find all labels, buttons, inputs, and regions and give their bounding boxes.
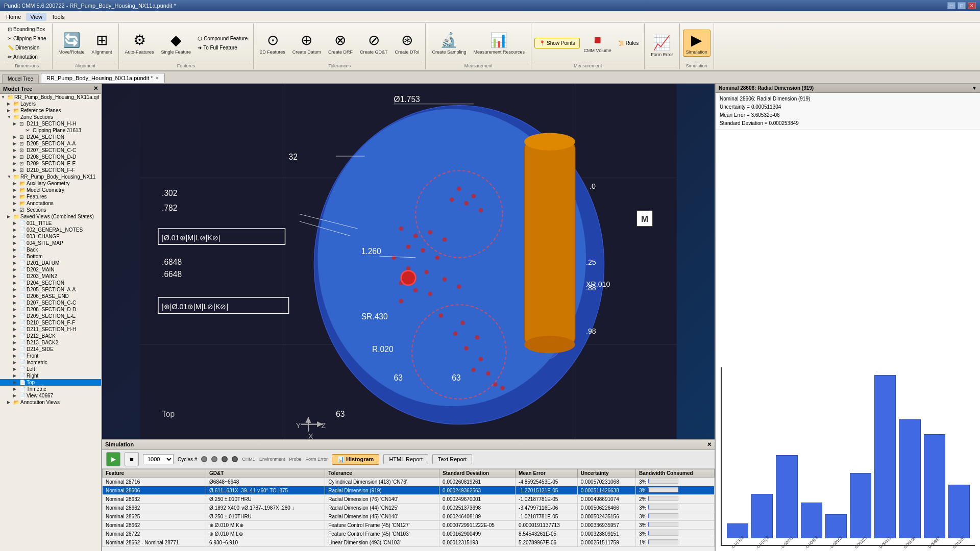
model-tree-close[interactable]: ✕ xyxy=(93,85,98,92)
chm1-indicator[interactable] xyxy=(201,456,207,462)
sim-play-button[interactable]: ▶ xyxy=(106,452,120,466)
tree-item[interactable]: ▶📄D207_SECTION_C-C xyxy=(0,299,101,306)
tree-item[interactable]: ▶📄D213_BACK2 xyxy=(0,339,101,346)
menu-home[interactable]: Home xyxy=(2,13,25,21)
annotation-button[interactable]: ✏ Annotation xyxy=(5,53,49,61)
tree-item[interactable]: ▶⊡D211_SECTION_H-H xyxy=(0,120,101,127)
histogram-bar[interactable] xyxy=(924,434,945,538)
tree-item[interactable]: ▼📁Zone Sections xyxy=(0,114,101,120)
minimize-button[interactable]: ─ xyxy=(947,2,955,9)
histogram-bar[interactable] xyxy=(948,485,970,538)
tree-item[interactable]: ▶📄D204_SECTION xyxy=(0,280,101,286)
histogram-tab[interactable]: 📊 Histogram xyxy=(332,454,379,465)
histogram-bar[interactable] xyxy=(825,514,847,538)
table-row[interactable]: Nominal 28662⊕ Ø.010 M K⊕Feature Control… xyxy=(103,521,715,530)
form-error-button[interactable]: 📈 Form Error xyxy=(648,32,676,60)
main-tab[interactable]: RR_Pump_Body_Housing_NX11a.pundit * ✕ xyxy=(41,73,165,83)
viewport[interactable]: M Ø1.753 32 |Ø.01⊕|M|L⊘|K⊘| .6848 .6648 … xyxy=(102,84,715,439)
clipping-plane-button[interactable]: ✂ Clipping Plane xyxy=(5,34,49,43)
form-error-indicator[interactable] xyxy=(232,456,238,462)
tree-item[interactable]: ▶📄Top xyxy=(0,379,101,386)
tree-item[interactable]: ▶⊡D205_SECTION_A-A xyxy=(0,140,101,147)
tree-item[interactable]: ▶📁Saved Views (Combined States) xyxy=(0,213,101,220)
show-points-button[interactable]: 📍 Show Points xyxy=(534,38,580,48)
tree-item[interactable]: ▶📄D212_BACK xyxy=(0,333,101,339)
tree-item[interactable]: ▶📄D202_MAIN xyxy=(0,266,101,273)
sim-cycles-input[interactable]: 1000 500 2000 xyxy=(143,454,174,464)
tree-item[interactable]: ▼📁RR_Pump_Body_Housing_NX11a.qif xyxy=(0,94,101,101)
menu-tools[interactable]: Tools xyxy=(47,13,69,21)
tree-item[interactable]: ▶📄View 40667 xyxy=(0,392,101,399)
tree-item[interactable]: ▶📄D205_SECTION_A-A xyxy=(0,286,101,293)
tree-item[interactable]: ▶📄D201_DATUM xyxy=(0,260,101,266)
2d-features-button[interactable]: ⊙ 2D Features xyxy=(257,30,288,57)
tree-item[interactable]: ▼📁RR_Pump_Body_Housing_NX11 xyxy=(0,173,101,180)
create-gdt-button[interactable]: ⊘ Create GD&T xyxy=(357,30,391,57)
html-report-tab[interactable]: HTML Report xyxy=(383,454,428,464)
tree-item[interactable]: ▶📂Features xyxy=(0,193,101,200)
tree-item[interactable]: ▶📄D206_BASE_END xyxy=(0,293,101,299)
create-datum-button[interactable]: ⊕ Create Datum xyxy=(289,30,324,57)
window-controls[interactable]: ─ □ ✕ xyxy=(947,2,976,9)
tree-item[interactable]: ▶📄003_CHANGE xyxy=(0,233,101,240)
table-row[interactable]: Nominal 28632Ø.250 ±.010THRURadial Dimen… xyxy=(103,495,715,504)
rules-button[interactable]: 📜 Rules xyxy=(616,39,642,47)
histogram-bar[interactable] xyxy=(801,503,822,538)
histogram-bar[interactable] xyxy=(776,455,797,538)
close-button[interactable]: ✕ xyxy=(968,2,976,9)
tree-item[interactable]: ▶📄D208_SECTION_D-D xyxy=(0,306,101,313)
measurement-resources-button[interactable]: 📊 Measurement Resources xyxy=(470,30,528,57)
create-sampling-button[interactable]: 🔬 Create Sampling xyxy=(429,30,469,57)
histogram-bar[interactable] xyxy=(751,494,773,538)
histogram-bar[interactable] xyxy=(899,419,920,538)
table-row[interactable]: Nominal 28662Ø.1892 X400 ∨Ø.1787-.1987X … xyxy=(103,504,715,512)
tree-item[interactable]: ▶📄001_TITLE xyxy=(0,220,101,227)
histogram-bar[interactable] xyxy=(874,375,896,538)
alignment-button[interactable]: ⊞ Alignment xyxy=(89,30,115,57)
single-feature-button[interactable]: ◆ Single Feature xyxy=(158,30,194,57)
bounding-box-button[interactable]: ⊡ Bounding Box xyxy=(5,25,49,34)
tree-item[interactable]: ▶⊡D204_SECTION xyxy=(0,134,101,140)
tree-item[interactable]: ▶📄Right xyxy=(0,372,101,379)
text-report-tab[interactable]: Text Report xyxy=(432,454,472,464)
chart-expand[interactable]: ▼ xyxy=(972,85,977,91)
table-row[interactable]: Nominal 28662 - Nominal 287716.930~6.910… xyxy=(103,538,715,547)
tree-item[interactable]: ▶📂Reference Planes xyxy=(0,107,101,114)
histogram-bar[interactable] xyxy=(727,523,748,538)
move-rotate-button[interactable]: 🔄 Move/Rotate xyxy=(56,30,88,57)
menu-view[interactable]: View xyxy=(26,13,46,21)
table-row[interactable]: Nominal 28716Ø6848~6648Cylindrical Dimen… xyxy=(103,478,715,486)
histogram-bar[interactable] xyxy=(850,473,871,538)
sim-stop-button[interactable]: ⏹ xyxy=(125,452,139,466)
tree-item[interactable]: ▶📂Model Geometry xyxy=(0,187,101,193)
tree-item[interactable]: ▶⊡D210_SECTION_F-F xyxy=(0,167,101,173)
tree-item[interactable]: ▶📄004_SITE_MAP xyxy=(0,240,101,246)
tree-item[interactable]: ✂Clipping Plane 31613 xyxy=(0,127,101,134)
tree-item[interactable]: ▶📄D209_SECTION_E-E xyxy=(0,313,101,319)
table-row[interactable]: Nominal 28625Ø.250 ±.010THRURadial Dimen… xyxy=(103,512,715,521)
table-row[interactable]: Nominal 28606Ø.611-.631X .39-.41 ∨60° TO… xyxy=(103,486,715,495)
tree-item[interactable]: ▶📄002_GENERAL_NOTES xyxy=(0,227,101,233)
tab-close-button[interactable]: ✕ xyxy=(155,76,159,81)
tree-item[interactable]: ▶☑Sections xyxy=(0,207,101,213)
tree-item[interactable]: ▶📄D203_MAIN2 xyxy=(0,273,101,280)
tree-item[interactable]: ▶📄Left xyxy=(0,366,101,372)
cmm-volume-button[interactable]: ■ CMM Volume xyxy=(581,31,615,56)
tree-item[interactable]: ▶📄Isometric xyxy=(0,359,101,366)
tree-item[interactable]: ▶📄Front xyxy=(0,353,101,359)
create-drf-button[interactable]: ⊗ Create DRF xyxy=(325,30,356,57)
tree-item[interactable]: ▶⊡D207_SECTION_C-C xyxy=(0,147,101,154)
simulation-close[interactable]: ✕ xyxy=(707,441,712,448)
probe-indicator[interactable] xyxy=(222,456,228,462)
tree-item[interactable]: ▶📄Bottom xyxy=(0,253,101,260)
tree-item[interactable]: ▶📄D210_SECTION_F-F xyxy=(0,319,101,326)
tree-item[interactable]: ▶📄D214_SIDE xyxy=(0,346,101,353)
tree-item[interactable]: ▶⊡D209_SECTION_E-E xyxy=(0,160,101,167)
dimension-button[interactable]: 📏 Dimension xyxy=(5,43,49,52)
tree-item[interactable]: ▶📄Trimetric xyxy=(0,386,101,392)
tree-item[interactable]: ▶⊡D208_SECTION_D-D xyxy=(0,154,101,160)
tree-item[interactable]: ▶📄Back xyxy=(0,246,101,253)
tree-item[interactable]: ▶📂Auxiliary Geometry xyxy=(0,180,101,187)
create-dtoi-button[interactable]: ⊛ Create DToI xyxy=(391,30,422,57)
to-full-feature-button[interactable]: ➜ To Full Feature xyxy=(195,43,250,52)
